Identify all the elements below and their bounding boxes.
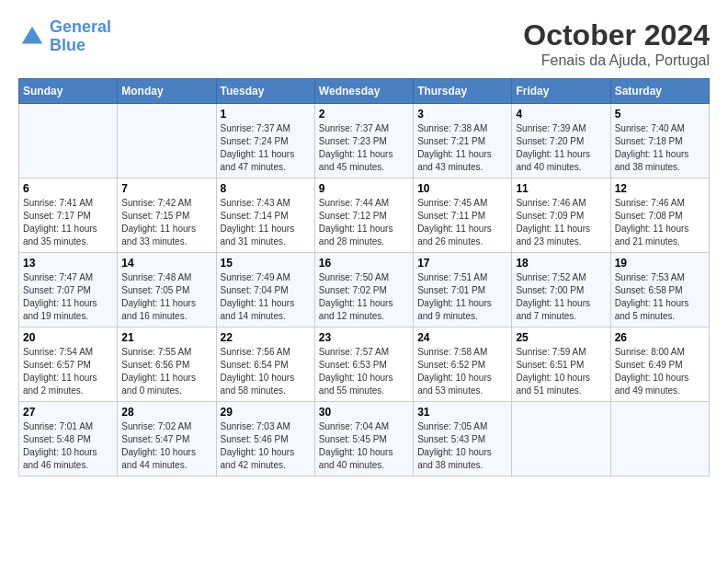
- calendar-cell: 19Sunrise: 7:53 AM Sunset: 6:58 PM Dayli…: [610, 253, 709, 327]
- calendar-cell: 26Sunrise: 8:00 AM Sunset: 6:49 PM Dayli…: [610, 327, 709, 402]
- day-info: Sunrise: 7:37 AM Sunset: 7:23 PM Dayligh…: [319, 122, 409, 174]
- day-number: 21: [121, 331, 211, 344]
- day-info: Sunrise: 7:42 AM Sunset: 7:15 PM Dayligh…: [121, 197, 211, 248]
- day-number: 28: [121, 406, 211, 419]
- day-number: 8: [221, 182, 311, 195]
- day-number: 11: [516, 182, 606, 195]
- day-info: Sunrise: 7:54 AM Sunset: 6:57 PM Dayligh…: [23, 346, 113, 397]
- day-number: 23: [319, 331, 409, 344]
- calendar-cell: [512, 402, 610, 477]
- calendar-cell: 4Sunrise: 7:39 AM Sunset: 7:20 PM Daylig…: [512, 104, 610, 178]
- day-info: Sunrise: 8:00 AM Sunset: 6:49 PM Dayligh…: [615, 346, 705, 397]
- column-header-thursday: Thursday: [414, 79, 512, 104]
- calendar-cell: 20Sunrise: 7:54 AM Sunset: 6:57 PM Dayli…: [19, 327, 118, 402]
- day-info: Sunrise: 7:02 AM Sunset: 5:47 PM Dayligh…: [121, 420, 211, 472]
- day-info: Sunrise: 7:41 AM Sunset: 7:17 PM Dayligh…: [23, 197, 113, 248]
- title-block: October 2024 Fenais da Ajuda, Portugal: [523, 18, 710, 69]
- day-info: Sunrise: 7:53 AM Sunset: 6:58 PM Dayligh…: [615, 271, 705, 323]
- day-number: 20: [23, 331, 113, 344]
- day-info: Sunrise: 7:57 AM Sunset: 6:53 PM Dayligh…: [319, 346, 409, 397]
- calendar-cell: 16Sunrise: 7:50 AM Sunset: 7:02 PM Dayli…: [314, 253, 413, 327]
- calendar-cell: 23Sunrise: 7:57 AM Sunset: 6:53 PM Dayli…: [314, 327, 413, 402]
- day-number: 13: [23, 257, 113, 270]
- calendar-cell: 21Sunrise: 7:55 AM Sunset: 6:56 PM Dayli…: [118, 327, 216, 402]
- calendar-cell: 12Sunrise: 7:46 AM Sunset: 7:08 PM Dayli…: [610, 178, 709, 253]
- calendar-cell: [19, 104, 118, 178]
- day-info: Sunrise: 7:05 AM Sunset: 5:43 PM Dayligh…: [417, 420, 507, 472]
- calendar-cell: 28Sunrise: 7:02 AM Sunset: 5:47 PM Dayli…: [118, 402, 216, 477]
- day-number: 12: [615, 182, 705, 195]
- day-number: 1: [221, 108, 311, 121]
- day-info: Sunrise: 7:01 AM Sunset: 5:48 PM Dayligh…: [23, 420, 113, 472]
- day-info: Sunrise: 7:37 AM Sunset: 7:24 PM Dayligh…: [221, 122, 311, 174]
- day-info: Sunrise: 7:43 AM Sunset: 7:14 PM Dayligh…: [221, 197, 311, 248]
- day-info: Sunrise: 7:45 AM Sunset: 7:11 PM Dayligh…: [417, 197, 507, 248]
- column-header-friday: Friday: [512, 79, 610, 104]
- header-row: SundayMondayTuesdayWednesdayThursdayFrid…: [19, 79, 710, 104]
- logo-text: General Blue: [50, 18, 111, 55]
- week-row-4: 20Sunrise: 7:54 AM Sunset: 6:57 PM Dayli…: [19, 327, 710, 402]
- day-number: 30: [319, 406, 409, 419]
- day-info: Sunrise: 7:39 AM Sunset: 7:20 PM Dayligh…: [516, 122, 606, 174]
- day-number: 17: [417, 257, 507, 270]
- calendar-cell: 6Sunrise: 7:41 AM Sunset: 7:17 PM Daylig…: [19, 178, 118, 253]
- calendar-cell: 22Sunrise: 7:56 AM Sunset: 6:54 PM Dayli…: [216, 327, 314, 402]
- calendar-cell: 31Sunrise: 7:05 AM Sunset: 5:43 PM Dayli…: [414, 402, 512, 477]
- calendar-cell: 29Sunrise: 7:03 AM Sunset: 5:46 PM Dayli…: [216, 402, 314, 477]
- day-number: 10: [417, 182, 507, 195]
- day-number: 26: [615, 331, 705, 344]
- day-info: Sunrise: 7:04 AM Sunset: 5:45 PM Dayligh…: [319, 420, 409, 472]
- day-number: 14: [121, 257, 211, 270]
- day-number: 24: [417, 331, 507, 344]
- logo: General Blue: [18, 18, 111, 55]
- day-info: Sunrise: 7:56 AM Sunset: 6:54 PM Dayligh…: [221, 346, 311, 397]
- day-info: Sunrise: 7:55 AM Sunset: 6:56 PM Dayligh…: [121, 346, 211, 397]
- day-number: 25: [516, 331, 606, 344]
- calendar-subtitle: Fenais da Ajuda, Portugal: [523, 52, 710, 69]
- column-header-monday: Monday: [118, 79, 216, 104]
- day-info: Sunrise: 7:46 AM Sunset: 7:09 PM Dayligh…: [516, 197, 606, 248]
- week-row-2: 6Sunrise: 7:41 AM Sunset: 7:17 PM Daylig…: [19, 178, 710, 253]
- calendar-cell: 27Sunrise: 7:01 AM Sunset: 5:48 PM Dayli…: [19, 402, 118, 477]
- page-header: General Blue October 2024 Fenais da Ajud…: [18, 18, 710, 69]
- day-number: 5: [615, 108, 705, 121]
- day-number: 27: [23, 406, 113, 419]
- day-number: 2: [319, 108, 409, 121]
- calendar-cell: 25Sunrise: 7:59 AM Sunset: 6:51 PM Dayli…: [512, 327, 610, 402]
- week-row-1: 1Sunrise: 7:37 AM Sunset: 7:24 PM Daylig…: [19, 104, 710, 178]
- calendar-cell: 15Sunrise: 7:49 AM Sunset: 7:04 PM Dayli…: [216, 253, 314, 327]
- calendar-cell: 18Sunrise: 7:52 AM Sunset: 7:00 PM Dayli…: [512, 253, 610, 327]
- calendar-cell: 14Sunrise: 7:48 AM Sunset: 7:05 PM Dayli…: [118, 253, 216, 327]
- day-info: Sunrise: 7:44 AM Sunset: 7:12 PM Dayligh…: [319, 197, 409, 248]
- calendar-cell: 24Sunrise: 7:58 AM Sunset: 6:52 PM Dayli…: [414, 327, 512, 402]
- calendar-cell: 2Sunrise: 7:37 AM Sunset: 7:23 PM Daylig…: [314, 104, 413, 178]
- column-header-wednesday: Wednesday: [314, 79, 413, 104]
- calendar-cell: 1Sunrise: 7:37 AM Sunset: 7:24 PM Daylig…: [216, 104, 314, 178]
- calendar-cell: 3Sunrise: 7:38 AM Sunset: 7:21 PM Daylig…: [414, 104, 512, 178]
- svg-marker-0: [22, 27, 43, 44]
- calendar-cell: [118, 104, 216, 178]
- day-info: Sunrise: 7:52 AM Sunset: 7:00 PM Dayligh…: [516, 271, 606, 323]
- logo-line1: General: [50, 17, 111, 36]
- calendar-cell: 9Sunrise: 7:44 AM Sunset: 7:12 PM Daylig…: [314, 178, 413, 253]
- day-number: 31: [417, 406, 507, 419]
- week-row-3: 13Sunrise: 7:47 AM Sunset: 7:07 PM Dayli…: [19, 253, 710, 327]
- day-info: Sunrise: 7:58 AM Sunset: 6:52 PM Dayligh…: [417, 346, 507, 397]
- day-info: Sunrise: 7:50 AM Sunset: 7:02 PM Dayligh…: [319, 271, 409, 323]
- calendar-cell: 7Sunrise: 7:42 AM Sunset: 7:15 PM Daylig…: [118, 178, 216, 253]
- day-info: Sunrise: 7:38 AM Sunset: 7:21 PM Dayligh…: [417, 122, 507, 174]
- day-number: 15: [221, 257, 311, 270]
- calendar-cell: 11Sunrise: 7:46 AM Sunset: 7:09 PM Dayli…: [512, 178, 610, 253]
- day-info: Sunrise: 7:03 AM Sunset: 5:46 PM Dayligh…: [221, 420, 311, 472]
- day-number: 6: [23, 182, 113, 195]
- day-number: 29: [221, 406, 311, 419]
- calendar-cell: [610, 402, 709, 477]
- day-number: 18: [516, 257, 606, 270]
- day-number: 9: [319, 182, 409, 195]
- day-number: 16: [319, 257, 409, 270]
- calendar-cell: 17Sunrise: 7:51 AM Sunset: 7:01 PM Dayli…: [414, 253, 512, 327]
- logo-icon: [18, 23, 46, 51]
- day-number: 22: [221, 331, 311, 344]
- day-info: Sunrise: 7:59 AM Sunset: 6:51 PM Dayligh…: [516, 346, 606, 397]
- day-number: 19: [615, 257, 705, 270]
